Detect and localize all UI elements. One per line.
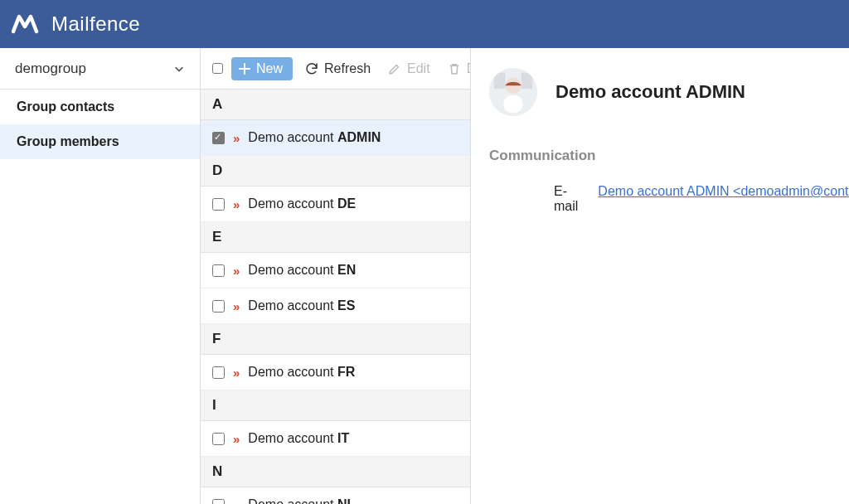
contact-name: Demo account ADMIN [248,130,381,145]
contact-detail: Demo account ADMIN Communication E-mail … [471,48,849,504]
svg-rect-4 [503,95,522,113]
svg-rect-2 [522,73,533,89]
section-letter: A [201,90,470,120]
contact-checkbox[interactable] [212,300,225,313]
contact-row[interactable]: »Demo account ES [201,288,470,324]
contact-row[interactable]: »Demo account DE [201,187,470,222]
avatar [489,68,537,116]
delete-button[interactable]: Delete [442,58,471,80]
group-selector-label: demogroup [15,61,86,77]
trash-icon [447,61,462,76]
email-label: E-mail [554,184,578,214]
sidebar-item-label: Group members [17,134,119,148]
new-button[interactable]: New [231,57,293,80]
svg-rect-1 [494,73,506,89]
contact-name: Demo account EN [248,263,356,278]
plus-icon [238,62,251,75]
contact-name: Demo account ES [248,298,355,313]
contact-row[interactable]: »Demo account IT [201,421,470,457]
angle-quote-icon: » [233,432,240,446]
pencil-icon [387,61,402,76]
contact-list[interactable]: A»Demo account ADMIND»Demo account DEE»D… [201,90,470,504]
angle-quote-icon: » [233,197,240,211]
angle-quote-icon: » [233,264,240,278]
contact-row[interactable]: »Demo account EN [201,253,470,288]
contact-name: Demo account FR [248,365,355,380]
detail-header: Demo account ADMIN [489,68,849,116]
avatar-placeholder-icon [489,68,537,116]
section-letter: D [201,156,470,187]
contact-checkbox[interactable] [212,264,225,277]
sidebar-nav: Group contacts Group members [0,90,200,159]
section-letter: F [201,324,470,355]
toolbar: New Refresh Edit Delete [201,48,470,90]
email-link[interactable]: Demo account ADMIN <demoadmin@conta [598,184,849,214]
angle-quote-icon: » [233,299,240,313]
section-letter: I [201,390,470,421]
select-all-checkbox[interactable] [212,62,223,75]
contact-name: Demo account DE [248,196,356,211]
section-letter: E [201,222,470,253]
section-letter: N [201,457,470,487]
sidebar-item-label: Group contacts [17,99,114,114]
contact-checkbox[interactable] [212,433,225,445]
contact-row[interactable]: »Demo account ADMIN [201,120,470,156]
brand-logo[interactable]: Mailfence [12,12,140,36]
mailfence-logo-icon [12,12,43,36]
contact-row[interactable]: »Demo account FR [201,355,470,390]
contact-name: Demo account NL [248,497,355,504]
contact-checkbox[interactable] [212,499,225,505]
sidebar-item-group-contacts[interactable]: Group contacts [0,90,200,124]
main-layout: demogroup Group contacts Group members N… [0,48,849,504]
email-row: E-mail Demo account ADMIN <demoadmin@con… [489,184,849,214]
contact-name: Demo account IT [248,431,349,446]
new-button-label: New [256,61,283,76]
refresh-button-label: Refresh [324,61,371,76]
chevron-down-icon [173,63,185,75]
contact-row[interactable]: »Demo account NL [201,487,470,504]
angle-quote-icon: » [233,366,240,380]
angle-quote-icon: » [233,498,240,505]
app-header: Mailfence [0,0,849,48]
refresh-icon [304,61,319,76]
edit-button-label: Edit [407,61,430,76]
sidebar-item-group-members[interactable]: Group members [0,124,200,159]
group-selector[interactable]: demogroup [0,48,200,90]
contact-checkbox[interactable] [212,198,225,211]
angle-quote-icon: » [233,131,240,145]
edit-button[interactable]: Edit [382,58,435,80]
brand-name: Mailfence [51,12,140,36]
contact-list-column: New Refresh Edit Delete A»Demo account A… [201,48,471,504]
detail-title: Demo account ADMIN [555,81,745,103]
communication-section-title: Communication [489,148,849,164]
refresh-button[interactable]: Refresh [299,58,376,80]
contact-checkbox[interactable] [212,132,225,144]
sidebar: demogroup Group contacts Group members [0,48,201,504]
contact-checkbox[interactable] [212,366,225,379]
